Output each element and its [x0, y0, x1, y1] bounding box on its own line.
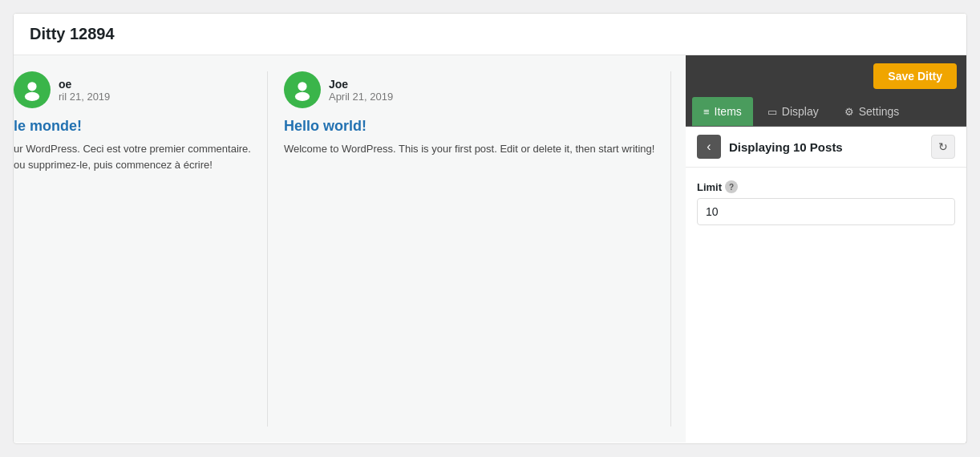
- preview-panel: oe ril 21, 2019 le monde! ur WordPress. …: [14, 55, 686, 443]
- items-icon: ≡: [703, 106, 710, 118]
- page-header: Ditty 12894: [14, 14, 966, 55]
- avatar: [14, 71, 51, 108]
- tab-items-label: Items: [715, 105, 742, 118]
- post-card-center: Joe April 21, 2019 Hello world! Welcome …: [268, 71, 671, 427]
- post-date: ril 21, 2019: [59, 91, 110, 103]
- post-meta: oe ril 21, 2019: [14, 71, 251, 108]
- limit-label: Limit ?: [697, 180, 955, 193]
- avatar-icon: [21, 79, 43, 101]
- author-name-2: Joe: [329, 78, 393, 91]
- help-icon[interactable]: ?: [725, 180, 738, 193]
- svg-point-1: [25, 92, 39, 101]
- limit-input[interactable]: [697, 198, 955, 225]
- author-name: oe: [59, 78, 110, 91]
- post-card-partial-right: Bonjc BienvenuModifie: [671, 71, 686, 427]
- preview-scroll[interactable]: oe ril 21, 2019 le monde! ur WordPress. …: [14, 55, 686, 443]
- post-meta-2: Joe April 21, 2019: [284, 71, 654, 108]
- back-button[interactable]: ‹: [697, 135, 721, 159]
- settings-icon: ⚙: [844, 106, 854, 118]
- sidebar-panel: Save Ditty ≡ Items ▭ Display ⚙ Settings: [686, 55, 966, 443]
- post-excerpt: ur WordPress. Ceci est votre premier com…: [14, 141, 251, 172]
- post-title[interactable]: le monde!: [14, 118, 251, 135]
- refresh-button[interactable]: ↻: [931, 135, 955, 159]
- outer-wrapper: Ditty 12894: [0, 0, 980, 457]
- svg-point-0: [27, 82, 36, 91]
- svg-point-3: [295, 92, 310, 101]
- main-container: Ditty 12894: [13, 13, 967, 444]
- tab-settings-label: Settings: [859, 105, 900, 118]
- post-date-2: April 21, 2019: [329, 91, 393, 103]
- sidebar-subheader: ‹ Displaying 10 Posts ↻: [686, 127, 966, 168]
- author-info-2: Joe April 21, 2019: [329, 78, 393, 103]
- author-info: oe ril 21, 2019: [59, 78, 110, 103]
- avatar-icon-2: [291, 79, 314, 101]
- subheader-title: Displaying 10 Posts: [729, 140, 931, 154]
- save-ditty-button[interactable]: Save Ditty: [873, 63, 957, 89]
- tab-items[interactable]: ≡ Items: [692, 97, 753, 126]
- tab-display[interactable]: ▭ Display: [756, 97, 830, 126]
- sidebar-fields: Limit ?: [686, 168, 966, 238]
- tab-settings[interactable]: ⚙ Settings: [833, 97, 911, 126]
- page-title: Ditty 12894: [30, 25, 950, 43]
- avatar-2: [284, 71, 321, 108]
- tab-bar: ≡ Items ▭ Display ⚙ Settings: [686, 97, 966, 127]
- post-excerpt-2: Welcome to WordPress. This is your first…: [284, 141, 654, 157]
- tab-display-label: Display: [782, 105, 819, 118]
- sidebar-content: ‹ Displaying 10 Posts ↻ Limit ?: [686, 127, 966, 443]
- post-title-2[interactable]: Hello world!: [284, 118, 654, 135]
- svg-point-2: [298, 82, 306, 91]
- post-card-partial-left: oe ril 21, 2019 le monde! ur WordPress. …: [14, 71, 268, 427]
- content-area: oe ril 21, 2019 le monde! ur WordPress. …: [14, 55, 966, 443]
- sidebar-top-bar: Save Ditty: [686, 55, 966, 97]
- limit-label-text: Limit: [697, 181, 722, 193]
- display-icon: ▭: [767, 106, 777, 118]
